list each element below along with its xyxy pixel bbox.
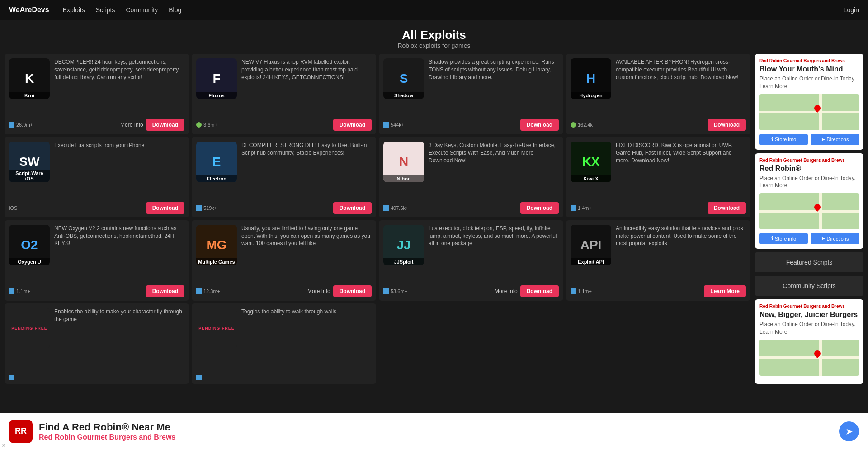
platform-win-icon: [571, 205, 576, 211]
download-button[interactable]: Download: [333, 119, 372, 131]
exploit-card-electron: E Electron DECOMPILER! STRONG DLL! Easy …: [192, 137, 376, 217]
nav-exploits[interactable]: Exploits: [63, 6, 85, 14]
dir-icon: ➤: [821, 137, 825, 142]
card-thumbnail: PENDING FREE: [9, 308, 50, 349]
card-name-overlay: Fluxus: [196, 92, 237, 99]
download-count: 53.6m+: [391, 288, 407, 294]
card-thumbnail: H Hydrogen: [571, 58, 611, 99]
download-button[interactable]: Download: [708, 202, 746, 214]
download-button[interactable]: Download: [333, 202, 372, 214]
card-meta: 26.9m+: [9, 122, 33, 128]
download-button[interactable]: Download: [333, 285, 372, 297]
pending-overlay: PENDING FREE: [9, 308, 50, 349]
card-footer: 1.1m+ Learn More: [566, 283, 750, 301]
card-inner: K Krni DECOMPILER!! 24 hour keys, getcon…: [5, 54, 189, 116]
ad1-store-info-label: Store info: [775, 137, 796, 142]
card-inner: API Exploit API An incredibly easy solut…: [566, 220, 750, 283]
card-body: An incredibly easy solution that lets no…: [616, 225, 746, 278]
card-thumbnail: O2 Oxygen U: [9, 225, 50, 265]
card-actions: Download: [708, 202, 746, 214]
card-description: NEW V7 Fluxus is a top RVM labelled expl…: [241, 58, 372, 95]
featured-scripts-button[interactable]: Featured Scripts: [755, 252, 863, 272]
card-thumbnail: API Exploit API: [571, 225, 611, 265]
card-meta: [196, 375, 202, 380]
download-button[interactable]: Download: [146, 285, 184, 297]
nav-login[interactable]: Login: [844, 6, 859, 14]
card-meta: 3.6m+: [196, 122, 217, 128]
card-inner: PENDING FREE Enables the ability to make…: [5, 303, 189, 372]
card-meta: 519k+: [196, 205, 217, 211]
download-button[interactable]: Download: [708, 119, 746, 131]
card-footer: [5, 372, 189, 384]
card-thumbnail: F Fluxus: [196, 58, 237, 99]
page-title: All Exploits: [0, 28, 868, 42]
card-actions: Download: [333, 202, 372, 214]
exploit-card-fly-script: PENDING FREE Enables the ability to make…: [5, 303, 189, 384]
card-description: 3 Day Keys, Custom Module, Easy-To-Use I…: [429, 142, 559, 178]
card-thumbnail: N Nihon: [383, 142, 424, 182]
more-info-button[interactable]: More Info: [120, 122, 143, 128]
card-body: Enables the ability to make your charact…: [54, 308, 184, 368]
exploit-card-kiwix: KX Kiwi X FIXED DISCORD. Kiwi X is opera…: [566, 137, 750, 217]
card-actions: More InfoDownload: [120, 119, 184, 131]
card-meta: 407.6k+: [383, 205, 408, 211]
more-info-button[interactable]: More Info: [307, 288, 330, 294]
card-thumbnail: MG Multiple Games: [196, 225, 237, 265]
card-footer: 1.4m+ Download: [566, 199, 750, 217]
card-name-overlay: Oxygen U: [9, 258, 50, 265]
download-count: 3.6m+: [203, 122, 217, 128]
ad1-map: [760, 94, 859, 130]
card-thumbnail: KX Kiwi X: [571, 142, 611, 182]
card-body: FIXED DISCORD. Kiwi X is operational on …: [616, 142, 746, 195]
card-meta: 12.3m+: [196, 288, 220, 294]
exploit-card-walkthrough: PENDING FREE Toggles the ability to walk…: [192, 303, 376, 384]
main-layout: K Krni DECOMPILER!! 24 hour keys, getcon…: [0, 54, 868, 384]
download-button[interactable]: Download: [146, 202, 184, 214]
card-footer: 3.6m+ Download: [192, 116, 376, 134]
card-thumbnail: SW Script-Ware iOS: [9, 142, 50, 182]
ad1-title: Blow Your Mouth's Mind: [760, 65, 859, 73]
community-scripts-button[interactable]: Community Scripts: [755, 276, 863, 296]
page-subtitle: Roblox exploits for games: [0, 42, 868, 49]
card-actions: Learn More: [704, 285, 746, 297]
nav-community[interactable]: Community: [126, 6, 158, 14]
ad2-store-info-label: Store info: [775, 236, 796, 241]
download-count: 519k+: [203, 205, 217, 211]
sidebar-ad-3: Red Robin Gourmet Burgers and Brews New,…: [755, 299, 863, 384]
platform-win-icon: [9, 122, 14, 128]
card-meta: 1.1m+: [9, 288, 30, 294]
card-actions: More InfoDownload: [495, 285, 559, 297]
card-footer: 162.4k+ Download: [566, 116, 750, 134]
card-meta: iOS: [9, 205, 17, 211]
card-body: Execute Lua scripts from your iPhone: [54, 142, 184, 195]
ad2-store-info-button[interactable]: ℹ Store info: [760, 233, 808, 244]
card-inner: JJ JJSploit Lua executor, click teleport…: [379, 220, 563, 283]
info-icon-2: ℹ: [771, 236, 773, 241]
card-meta: 1.1m+: [571, 288, 592, 294]
card-footer: 544k+ Download: [379, 116, 563, 134]
card-footer: 407.6k+ Download: [379, 199, 563, 217]
learn-more-button[interactable]: Learn More: [704, 285, 746, 297]
card-body: 3 Day Keys, Custom Module, Easy-To-Use I…: [429, 142, 559, 195]
card-body: Shadow provides a great scripting experi…: [429, 58, 559, 112]
ad2-directions-button[interactable]: ➤ Directions: [811, 233, 859, 244]
card-actions: Download: [333, 119, 372, 131]
card-body: DECOMPILER!! 24 hour keys, getconnection…: [54, 58, 184, 112]
platform-win-icon: [383, 205, 389, 211]
platform-win-icon: [383, 288, 389, 294]
ad1-directions-button[interactable]: ➤ Directions: [811, 134, 859, 145]
nav-brand[interactable]: WeAreDevs: [9, 6, 49, 14]
download-button[interactable]: Download: [520, 285, 559, 297]
download-button[interactable]: Download: [146, 119, 184, 131]
exploit-card-hydrogen: H Hydrogen AVAILABLE AFTER BYFRON! Hydro…: [566, 54, 750, 134]
card-description: FIXED DISCORD. Kiwi X is operational on …: [616, 142, 746, 178]
card-meta: 544k+: [383, 122, 404, 128]
more-info-button[interactable]: More Info: [495, 288, 518, 294]
sidebar-ad-1: Red Robin Gourmet Burgers and Brews Blow…: [755, 54, 863, 150]
nav-blog[interactable]: Blog: [169, 6, 181, 14]
download-button[interactable]: Download: [520, 202, 559, 214]
card-actions: Download: [708, 119, 746, 131]
nav-scripts[interactable]: Scripts: [96, 6, 115, 14]
ad1-store-info-button[interactable]: ℹ Store info: [760, 134, 808, 145]
download-button[interactable]: Download: [520, 119, 559, 131]
